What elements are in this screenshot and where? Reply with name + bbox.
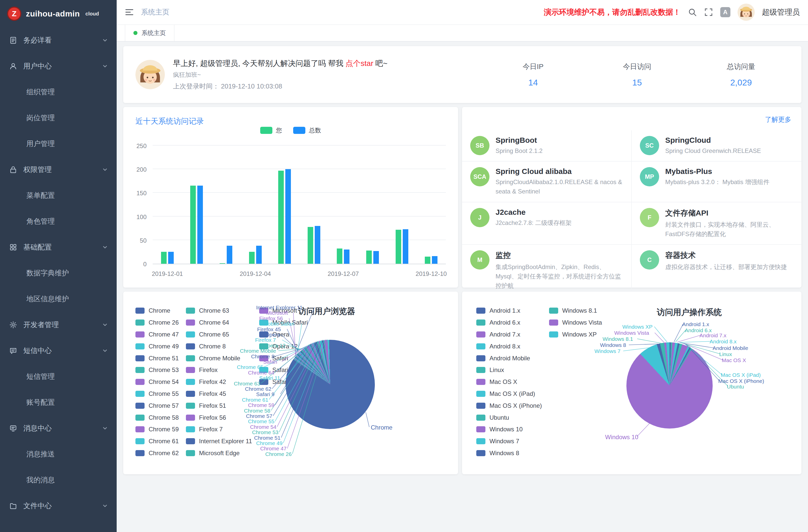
avatar[interactable] xyxy=(737,3,755,21)
legend-item-Windows XP[interactable]: Windows XP xyxy=(549,329,602,341)
legend-item-Chrome 26[interactable]: Chrome 26 xyxy=(135,317,179,329)
legend-item-Windows 10[interactable]: Windows 10 xyxy=(476,423,542,435)
sidebar-subitem-岗位管理[interactable]: 岗位管理 xyxy=(0,105,117,131)
tech-item-J2cache: JJ2cacheJ2cache2.7.8: 二级缓存框架 xyxy=(462,202,632,245)
legend-swatch xyxy=(186,308,195,314)
logo: Z zuihou-admin cloud xyxy=(0,0,117,27)
legend-label: Firefox xyxy=(199,366,218,373)
legend-item-Chrome[interactable]: Chrome xyxy=(135,305,179,317)
legend-item-Windows Vista[interactable]: Windows Vista xyxy=(549,317,602,329)
legend-item-Ubuntu[interactable]: Ubuntu xyxy=(476,411,542,423)
legend-item-total[interactable]: 总数 xyxy=(293,126,321,134)
legend-item-Chrome 59[interactable]: Chrome 59 xyxy=(135,423,179,435)
sidebar-subitem-短信管理[interactable]: 短信管理 xyxy=(0,364,117,389)
sidebar-subitem-菜单配置[interactable]: 菜单配置 xyxy=(0,183,117,208)
sidebar-item-label: 基础配置 xyxy=(23,242,96,252)
sidebar-subitem-用户管理[interactable]: 用户管理 xyxy=(0,131,117,157)
pies-row: ChromeChrome 26Chrome 47Chrome 49Chrome … xyxy=(123,292,802,474)
legend-item-Android 7.x[interactable]: Android 7.x xyxy=(476,329,542,341)
pie-label-Windows 10: Windows 10 xyxy=(605,434,638,440)
legend-swatch xyxy=(186,331,195,337)
legend-item-Chrome 54[interactable]: Chrome 54 xyxy=(135,376,179,388)
legend-item-Windows 8[interactable]: Windows 8 xyxy=(476,447,542,459)
legend-label: Chrome 58 xyxy=(149,414,179,421)
legend-item-Linux[interactable]: Linux xyxy=(476,364,542,376)
legend-item-you[interactable]: 您 xyxy=(260,126,282,134)
username[interactable]: 超级管理员 xyxy=(762,7,800,18)
legend-item-Chrome 62[interactable]: Chrome 62 xyxy=(135,447,179,459)
gear-icon xyxy=(9,321,17,329)
legend-swatch xyxy=(476,319,485,326)
sidebar-subitem-组织管理[interactable]: 组织管理 xyxy=(0,79,117,105)
tech-item-Mybatis-Plus: MPMybatis-PlusMybatis-plus 3.2.0： Mybati… xyxy=(632,162,802,202)
bar-总数 xyxy=(432,256,438,264)
breadcrumb[interactable]: 系统主页 xyxy=(141,7,169,17)
search-icon[interactable] xyxy=(688,7,697,17)
bar-group-2019-12-04 xyxy=(241,146,270,264)
legend-item-Windows 8.1[interactable]: Windows 8.1 xyxy=(549,305,602,317)
hamburger-menu-icon[interactable] xyxy=(125,7,134,17)
legend-swatch xyxy=(549,331,558,337)
legend-item-Chrome 61[interactable]: Chrome 61 xyxy=(135,435,179,447)
legend-label: Internet Explorer 11 xyxy=(199,438,252,445)
sidebar-item-基础配置[interactable]: 基础配置 xyxy=(0,234,117,260)
legend-item-Chrome 63[interactable]: Chrome 63 xyxy=(186,305,252,317)
legend-item-Microsoft Edge[interactable]: Microsoft Edge xyxy=(186,447,252,459)
visits-chart-title: 近十天系统访问记录 xyxy=(135,116,204,127)
legend-item-Chrome 51[interactable]: Chrome 51 xyxy=(135,352,179,364)
sidebar-subitem-账号配置[interactable]: 账号配置 xyxy=(0,389,117,415)
sidebar-subitem-角色管理[interactable]: 角色管理 xyxy=(0,208,117,234)
pie-label-Chrome 63: Chrome 63 xyxy=(234,381,260,386)
font-size-icon[interactable]: A xyxy=(720,7,730,17)
legend-item-Chrome 64[interactable]: Chrome 64 xyxy=(186,317,252,329)
legend-item-Mac OS X (iPad)[interactable]: Mac OS X (iPad) xyxy=(476,388,542,400)
legend-item-Android Mobile[interactable]: Android Mobile xyxy=(476,352,542,364)
star-link[interactable]: 点个star xyxy=(345,59,373,68)
legend-label: Firefox 51 xyxy=(199,402,226,409)
legend-swatch xyxy=(135,450,145,456)
sidebar-item-文件中心[interactable]: 文件中心 xyxy=(0,493,117,519)
legend-item-Chrome 49[interactable]: Chrome 49 xyxy=(135,340,179,352)
legend-item-Chrome 55[interactable]: Chrome 55 xyxy=(135,388,179,400)
sidebar-subitem-我的消息[interactable]: 我的消息 xyxy=(0,467,117,493)
legend-item-Firefox 7[interactable]: Firefox 7 xyxy=(186,423,252,435)
legend-item-Chrome 57[interactable]: Chrome 57 xyxy=(135,400,179,411)
pie-label-Chrome 26: Chrome 26 xyxy=(265,451,292,457)
tab-home[interactable]: 系统主页 xyxy=(125,25,175,41)
legend-item-Android 6.x[interactable]: Android 6.x xyxy=(476,317,542,329)
sidebar-item-务必详看[interactable]: 务必详看 xyxy=(0,27,117,53)
legend-item-Android 8.x[interactable]: Android 8.x xyxy=(476,340,542,352)
pie-label-Chrome 57: Chrome 57 xyxy=(246,413,272,419)
sidebar-item-权限管理[interactable]: 权限管理 xyxy=(0,157,117,183)
legend-item-Chrome 47[interactable]: Chrome 47 xyxy=(135,329,179,341)
tech-badge-M: M xyxy=(470,250,490,270)
sidebar-item-用户中心[interactable]: 用户中心 xyxy=(0,53,117,79)
sidebar-subitem-地区信息维护[interactable]: 地区信息维护 xyxy=(0,286,117,312)
sidebar-subitem-消息推送[interactable]: 消息推送 xyxy=(0,441,117,467)
legend-item-Firefox 56[interactable]: Firefox 56 xyxy=(186,411,252,423)
legend-swatch xyxy=(476,438,485,444)
sidebar-item-开发者管理[interactable]: 开发者管理 xyxy=(0,312,117,338)
sidebar-item-消息中心[interactable]: 消息中心 xyxy=(0,415,117,441)
legend-swatch xyxy=(186,438,195,444)
learn-more-link[interactable]: 了解更多 xyxy=(765,115,791,124)
sidebar-item-短信中心[interactable]: 短信中心 xyxy=(0,338,117,364)
tech-item-title: J2cache xyxy=(496,208,572,217)
x-axis-tick: 2019-12-04 xyxy=(240,270,271,277)
sidebar-subitem-数据字典维护[interactable]: 数据字典维护 xyxy=(0,260,117,286)
legend-item-Android 1.x[interactable]: Android 1.x xyxy=(476,305,542,317)
legend-item-Internet Explorer 11[interactable]: Internet Explorer 11 xyxy=(186,435,252,447)
legend-item-Chrome 53[interactable]: Chrome 53 xyxy=(135,364,179,376)
legend-item-Chrome Mobile[interactable]: Chrome Mobile xyxy=(186,352,252,364)
legend-item-Mac OS X (iPhone)[interactable]: Mac OS X (iPhone) xyxy=(476,400,542,411)
legend-swatch xyxy=(476,450,485,456)
legend-item-Chrome 58[interactable]: Chrome 58 xyxy=(135,411,179,423)
legend-item-Chrome 65[interactable]: Chrome 65 xyxy=(186,329,252,341)
legend-swatch xyxy=(135,415,145,421)
legend-item-Mac OS X[interactable]: Mac OS X xyxy=(476,376,542,388)
bar-您 xyxy=(190,186,196,264)
pie-label-Firefox 7: Firefox 7 xyxy=(255,337,276,343)
fullscreen-icon[interactable] xyxy=(704,7,713,17)
folder-icon xyxy=(9,502,17,510)
legend-item-Windows 7[interactable]: Windows 7 xyxy=(476,435,542,447)
